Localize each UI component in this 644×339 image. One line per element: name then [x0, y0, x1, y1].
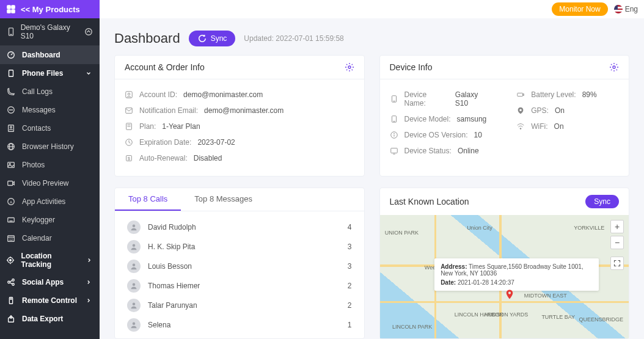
popup-date-label: Date:	[441, 279, 456, 286]
sidebar-item-browser-history[interactable]: Browser History	[0, 137, 100, 156]
device-right-row-0-label: Battery Level:	[531, 90, 576, 99]
sidebar-item-dashboard[interactable]: Dashboard	[0, 46, 100, 64]
map-zoom-out-button[interactable]: −	[610, 236, 624, 249]
map-place-label: Union City	[467, 225, 492, 231]
call-row-1[interactable]: H. K. Skip Pita3	[127, 237, 352, 257]
account-card-title: Account & Order Info	[125, 62, 205, 72]
sidebar-item-location-tracking[interactable]: Location Tracking	[0, 247, 100, 273]
sidebar-item-keylogger[interactable]: Keylogger	[0, 211, 100, 229]
svg-point-42	[10, 299, 12, 300]
device-info-card: Device Info Device Name: Galaxy S10Devic…	[379, 55, 630, 177]
device-left-row-1: Device Model: samsung	[390, 111, 492, 127]
avatar-icon	[127, 318, 141, 332]
call-row-name: Thomas Hiemer	[148, 282, 215, 290]
files-icon	[6, 68, 16, 78]
map-info-popup: Address: Times Square,1560 Broadway Suit…	[434, 258, 599, 291]
tab-top-messages[interactable]: Top 8 Messages	[181, 188, 266, 211]
sidebar-item-call-logs[interactable]: Call Logs	[0, 82, 100, 101]
account-row-0-value: demo@monimaster.com	[183, 90, 263, 99]
phone-device-icon	[6, 27, 16, 37]
device-right-row-0: Battery Level: 89%	[516, 87, 619, 103]
keyboard-icon	[6, 215, 16, 225]
sidebar-item-video-preview[interactable]: Video Preview	[0, 174, 100, 192]
map-place-label: LINCOLN PARK	[392, 324, 432, 330]
device-left-row-3-value: Online	[458, 147, 479, 155]
location-sync-button[interactable]: Sync	[585, 195, 619, 208]
svg-point-69	[133, 264, 136, 267]
device-card-title: Device Info	[390, 62, 433, 72]
sidebar-item-label: App Activities	[22, 197, 65, 206]
sidebar-item-photos[interactable]: Photos	[0, 156, 100, 174]
call-row-bar	[222, 264, 334, 268]
device-left-row-0-label: Device Name:	[404, 90, 449, 108]
map-zoom-in-button[interactable]: +	[610, 220, 624, 233]
video-icon	[6, 178, 16, 188]
svg-point-31	[10, 260, 12, 261]
sidebar-item-label: Phone Files	[22, 69, 63, 78]
sidebar: Demo's Galaxy S10 DashboardPhone FilesCa…	[0, 18, 100, 339]
svg-rect-3	[12, 10, 15, 13]
sidebar-item-phone-files[interactable]: Phone Files	[0, 64, 100, 82]
account-row-2: Plan: 1-Year Plan	[125, 118, 354, 134]
map[interactable]: Union CityWeeLINCOLN HARBORHUDSON YARDSM…	[380, 215, 629, 338]
svg-rect-1	[12, 5, 15, 9]
account-settings-gear-icon[interactable]	[345, 62, 354, 72]
svg-line-40	[10, 283, 12, 284]
apps-icon: A	[6, 197, 16, 206]
svg-point-54	[613, 66, 615, 68]
dashboard-icon	[6, 50, 16, 60]
call-row-3[interactable]: Thomas Hiemer2	[127, 276, 352, 296]
map-marker-icon[interactable]	[504, 289, 515, 300]
svg-rect-18	[8, 162, 15, 168]
language-selector[interactable]: Eng	[614, 5, 638, 13]
map-fullscreen-button[interactable]	[610, 257, 624, 270]
svg-rect-2	[7, 10, 10, 13]
svg-point-67	[133, 225, 136, 228]
call-row-bar	[222, 225, 334, 229]
contacts-icon	[6, 123, 16, 133]
sidebar-device-selector[interactable]: Demo's Galaxy S10	[0, 18, 100, 46]
sidebar-item-label: Keylogger	[22, 216, 55, 224]
svg-line-39	[10, 280, 12, 282]
sidebar-item-contacts[interactable]: Contacts	[0, 119, 100, 137]
svg-point-68	[133, 244, 136, 247]
sidebar-item-remote-control[interactable]: Remote Control	[0, 291, 100, 310]
call-row-2[interactable]: Louis Besson3	[127, 257, 352, 276]
my-products-label: << My Products	[21, 5, 80, 14]
device-icon	[390, 115, 398, 123]
svg-rect-64	[518, 93, 523, 96]
call-row-5[interactable]: Selena1	[127, 315, 352, 335]
tab-top-calls[interactable]: Top 8 Calls	[115, 188, 181, 211]
sidebar-item-data-export[interactable]: Data Export	[0, 310, 100, 328]
sidebar-item-calendar[interactable]: 12Calendar	[0, 229, 100, 247]
sidebar-item-social-apps[interactable]: Social Apps	[0, 273, 100, 291]
sidebar-item-label: Dashboard	[22, 51, 60, 59]
device-right-row-2: WiFi: On	[516, 118, 619, 134]
account-row-4: $Auto-Renewal: Disabled	[125, 150, 354, 166]
monitor-now-button[interactable]: Monitor Now	[552, 2, 607, 16]
popup-date: 2021-01-28 14:20:37	[458, 279, 514, 286]
remote-icon	[6, 296, 16, 305]
call-row-name: H. K. Skip Pita	[148, 242, 215, 251]
device-left-row-1-value: samsung	[457, 115, 487, 123]
account-row-1-label: Notification Email:	[139, 106, 198, 115]
chat-icon	[6, 105, 16, 115]
sync-button[interactable]: Sync	[189, 31, 236, 46]
svg-rect-20	[8, 181, 13, 186]
call-row-0[interactable]: David Rudolph4	[127, 217, 352, 237]
svg-point-46	[128, 93, 130, 95]
plan-icon	[125, 122, 133, 131]
svg-rect-65	[523, 94, 524, 96]
device-right-row-2-label: WiFi:	[531, 122, 547, 131]
call-row-4[interactable]: Talar Parunyan2	[127, 296, 352, 315]
call-row-bar	[222, 304, 334, 307]
account-row-3: Expiration Date: 2023-07-02	[125, 134, 354, 150]
call-row-name: Selena	[148, 321, 215, 329]
device-settings-gear-icon[interactable]	[609, 62, 619, 72]
call-row-count: 3	[341, 262, 352, 271]
map-place-label: MIDTOWN EAST	[524, 293, 567, 299]
sidebar-item-messages[interactable]: Messages	[0, 101, 100, 119]
my-products-link[interactable]: << My Products	[0, 0, 100, 18]
sidebar-item-label: Call Logs	[22, 87, 53, 96]
sidebar-item-app-activities[interactable]: AApp Activities	[0, 192, 100, 211]
